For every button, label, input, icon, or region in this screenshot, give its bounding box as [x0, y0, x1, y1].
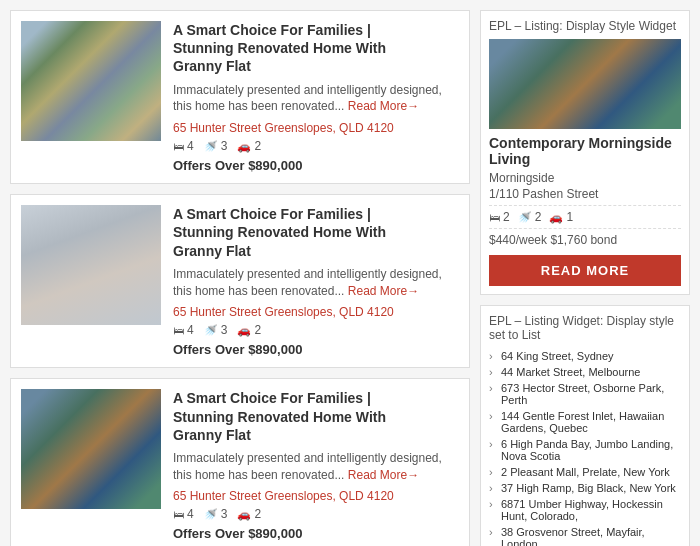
sidebar-bath-icon: [518, 210, 532, 224]
list-item[interactable]: 64 King Street, Sydney: [489, 348, 681, 364]
listing-card-1: A Smart Choice For Families | Stunning R…: [10, 10, 470, 184]
sidebar-bed-icon: [489, 210, 500, 224]
listing-address-1: 65 Hunter Street Greenslopes, QLD 4120: [173, 121, 459, 135]
listing-image-1: [21, 21, 161, 141]
bath-icon-1: [204, 139, 218, 153]
sidebar-property-image: [489, 39, 681, 129]
listing-card-2: A Smart Choice For Families | Stunning R…: [10, 194, 470, 368]
list-widget: EPL – Listing Widget: Display style set …: [480, 305, 690, 546]
listing-price-2: Offers Over $890,000: [173, 342, 459, 357]
sidebar-cars-feature: 1: [549, 210, 573, 224]
bed-icon-3: [173, 507, 184, 521]
listing-title-1: A Smart Choice For Families | Stunning R…: [173, 21, 459, 76]
listing-info-1: A Smart Choice For Families | Stunning R…: [173, 21, 459, 173]
display-widget: EPL – Listing: Display Style Widget Cont…: [480, 10, 690, 295]
baths-feature-1: 3: [204, 139, 228, 153]
bed-icon-1: [173, 139, 184, 153]
sidebar-beds-feature: 2: [489, 210, 510, 224]
listing-address-3: 65 Hunter Street Greenslopes, QLD 4120: [173, 489, 459, 503]
cars-feature-2: 2: [237, 323, 261, 337]
list-item[interactable]: 38 Grosvenor Street, Mayfair, London: [489, 524, 681, 546]
sidebar: EPL – Listing: Display Style Widget Cont…: [480, 10, 690, 546]
read-more-link-3[interactable]: Read More→: [348, 468, 419, 482]
list-item[interactable]: 144 Gentle Forest Inlet, Hawaiian Garden…: [489, 408, 681, 436]
beds-feature-1: 4: [173, 139, 194, 153]
cars-feature-3: 2: [237, 507, 261, 521]
beds-feature-2: 4: [173, 323, 194, 337]
read-more-link-1[interactable]: Read More→: [348, 99, 419, 113]
sidebar-baths-feature: 2: [518, 210, 542, 224]
property-features: 2 2 1: [489, 210, 681, 229]
listing-features-2: 4 3 2: [173, 323, 459, 337]
read-more-link-2[interactable]: Read More→: [348, 284, 419, 298]
display-widget-title: EPL – Listing: Display Style Widget: [489, 19, 681, 33]
property-name: Contemporary Morningside Living: [489, 135, 681, 167]
sidebar-car-icon: [549, 210, 563, 224]
listing-image-3: [21, 389, 161, 509]
listing-price-1: Offers Over $890,000: [173, 158, 459, 173]
listing-address-2: 65 Hunter Street Greenslopes, QLD 4120: [173, 305, 459, 319]
listing-features-1: 4 3 2: [173, 139, 459, 153]
property-suburb: Morningside: [489, 171, 681, 185]
listing-desc-1: Immaculately presented and intelligently…: [173, 82, 459, 116]
list-item[interactable]: 6871 Umber Highway, Hockessin Hunt, Colo…: [489, 496, 681, 524]
listing-info-2: A Smart Choice For Families | Stunning R…: [173, 205, 459, 357]
listing-desc-3: Immaculately presented and intelligently…: [173, 450, 459, 484]
baths-feature-3: 3: [204, 507, 228, 521]
bath-icon-3: [204, 507, 218, 521]
listings-column: A Smart Choice For Families | Stunning R…: [10, 10, 470, 546]
car-icon-1: [237, 139, 251, 153]
listing-title-3: A Smart Choice For Families | Stunning R…: [173, 389, 459, 444]
list-item[interactable]: 6 High Panda Bay, Jumbo Landing, Nova Sc…: [489, 436, 681, 464]
property-address: 1/110 Pashen Street: [489, 187, 681, 206]
property-list: 64 King Street, Sydney44 Market Street, …: [489, 348, 681, 546]
list-item[interactable]: 2 Pleasant Mall, Prelate, New York: [489, 464, 681, 480]
listing-title-2: A Smart Choice For Families | Stunning R…: [173, 205, 459, 260]
listing-image-2: [21, 205, 161, 325]
list-widget-title: EPL – Listing Widget: Display style set …: [489, 314, 681, 342]
bed-icon-2: [173, 323, 184, 337]
car-icon-3: [237, 507, 251, 521]
property-price: $440/week $1,760 bond: [489, 233, 681, 247]
car-icon-2: [237, 323, 251, 337]
list-item[interactable]: 44 Market Street, Melbourne: [489, 364, 681, 380]
listing-desc-2: Immaculately presented and intelligently…: [173, 266, 459, 300]
read-more-button[interactable]: READ MORE: [489, 255, 681, 286]
listing-price-3: Offers Over $890,000: [173, 526, 459, 541]
listing-card-3: A Smart Choice For Families | Stunning R…: [10, 378, 470, 546]
cars-feature-1: 2: [237, 139, 261, 153]
listing-features-3: 4 3 2: [173, 507, 459, 521]
bath-icon-2: [204, 323, 218, 337]
list-item[interactable]: 37 High Ramp, Big Black, New York: [489, 480, 681, 496]
baths-feature-2: 3: [204, 323, 228, 337]
beds-feature-3: 4: [173, 507, 194, 521]
list-item[interactable]: 673 Hector Street, Osborne Park, Perth: [489, 380, 681, 408]
listing-info-3: A Smart Choice For Families | Stunning R…: [173, 389, 459, 541]
